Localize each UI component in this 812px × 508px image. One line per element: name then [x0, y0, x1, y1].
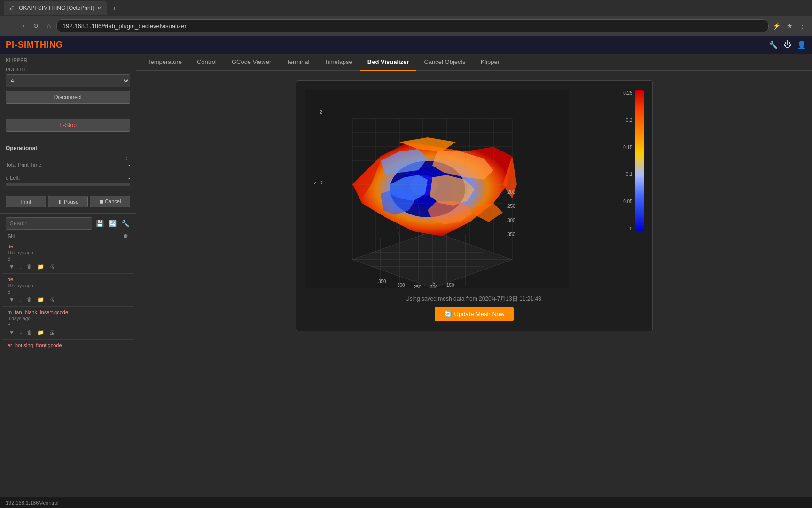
- bed-visualizer-content: 2 0 z: [136, 71, 812, 497]
- bookmarks-button[interactable]: ★: [784, 20, 795, 32]
- home-button[interactable]: ⌂: [43, 20, 55, 32]
- menu-button[interactable]: ⋮: [797, 20, 808, 32]
- list-item[interactable]: de 10 days ago B ▼ ↓ 🗑 📁 🖨: [2, 274, 134, 307]
- file-download-button[interactable]: ↓: [18, 296, 23, 303]
- file-expand-button[interactable]: ▼: [8, 263, 16, 270]
- chart-area: 2 0 z: [305, 90, 619, 289]
- file-delete-button[interactable]: 🗑: [25, 263, 34, 270]
- tab-gcode-viewer[interactable]: GCode Viewer: [224, 54, 279, 71]
- svg-text:0: 0: [320, 180, 322, 185]
- sidebar-profile-label: Profile: [6, 67, 130, 72]
- viz-inner: 2 0 z: [305, 90, 643, 289]
- status-row-5: e Left: -: [6, 175, 130, 181]
- tab-title: OKAPI-SIMTHING [OctoPrint]: [19, 5, 94, 11]
- sidebar-printer-label: Klipper: [6, 57, 130, 63]
- scale-value-025: 0.25: [623, 90, 632, 95]
- main-content: Temperature Control GCode Viewer Termina…: [136, 54, 812, 497]
- wrench-icon[interactable]: 🔧: [769, 40, 778, 49]
- tab-bed-visualizer[interactable]: Bed Visualizer: [360, 54, 417, 71]
- tab-klipper[interactable]: Klipper: [473, 54, 507, 71]
- tab-cancel-objects[interactable]: Cancel Objects: [416, 54, 473, 71]
- power-icon[interactable]: ⏻: [784, 40, 791, 49]
- file-print-button[interactable]: 🖨: [47, 296, 56, 303]
- header-icons: 🔧 ⏻ 👤: [769, 40, 806, 49]
- tab-timelapse[interactable]: Timelapse: [317, 54, 359, 71]
- action-buttons: Print ⏸ Pause ◼ Cancel: [0, 192, 136, 211]
- extensions-button[interactable]: ⚡: [771, 20, 782, 32]
- files-settings-button[interactable]: 🔧: [120, 219, 130, 228]
- disconnect-button[interactable]: Disconnect: [6, 91, 130, 104]
- status-url: 192.168.1.186/#control: [6, 500, 59, 506]
- file-folder-button[interactable]: 📁: [36, 296, 46, 303]
- divider-3: [0, 213, 136, 214]
- tabs-bar: Temperature Control GCode Viewer Termina…: [136, 54, 812, 71]
- svg-text:350: 350: [378, 279, 386, 284]
- status-row-3: Total Print Time: -: [6, 162, 130, 167]
- viz-container: 2 0 z: [296, 80, 653, 331]
- app-header: PI-SIMTHING 🔧 ⏻ 👤: [0, 36, 812, 54]
- file-folder-button[interactable]: 📁: [36, 263, 46, 270]
- new-tab-button[interactable]: +: [109, 2, 120, 14]
- file-folder-button[interactable]: 📁: [36, 329, 46, 336]
- files-section: 💾 🔄 🔧 SH 🗑 de 10 days ago B ▼ ↓: [0, 215, 136, 497]
- svg-text:2: 2: [320, 109, 322, 115]
- status-row-2: : -: [6, 155, 130, 161]
- refresh-icon: 🔄: [444, 310, 452, 318]
- user-icon[interactable]: 👤: [797, 40, 806, 49]
- browser-tab[interactable]: 🖨 OKAPI-SIMTHING [OctoPrint] ✕: [4, 1, 107, 15]
- tab-temperature[interactable]: Temperature: [140, 54, 189, 71]
- file-expand-button[interactable]: ▼: [8, 329, 16, 336]
- sidebar-status-section: Operational : - Total Print Time: - -: [0, 141, 136, 192]
- body-layout: Klipper Profile 4 Disconnect E-Stop Oper…: [0, 54, 812, 497]
- list-item[interactable]: er_housing_front.gcode: [2, 340, 134, 352]
- color-scale: 0.25 0.2 0.15 0.1 0.05 0: [624, 90, 643, 231]
- file-download-button[interactable]: ↓: [18, 263, 23, 270]
- update-mesh-button[interactable]: 🔄 Update Mesh Now: [435, 307, 514, 321]
- sidebar-estop-section: E-Stop: [0, 113, 136, 137]
- divider-1: [0, 111, 136, 111]
- cancel-button[interactable]: ◼ Cancel: [90, 196, 130, 207]
- app-title: PI-SIMTHING: [6, 40, 63, 50]
- svg-text:200: 200: [508, 190, 515, 195]
- svg-text:150: 150: [446, 283, 454, 288]
- files-save-button[interactable]: 💾: [95, 219, 105, 228]
- file-delete-button[interactable]: 🗑: [25, 296, 34, 303]
- mesh-info: Using saved mesh data from 2020年7月13日 11…: [305, 295, 643, 303]
- search-input[interactable]: [6, 217, 92, 230]
- tab-close-button[interactable]: ✕: [97, 6, 101, 11]
- pause-button[interactable]: ⏸ Pause: [48, 196, 88, 207]
- files-refresh-button[interactable]: 🔄: [108, 219, 117, 228]
- reload-button[interactable]: ↻: [30, 20, 41, 32]
- address-input[interactable]: [56, 19, 769, 32]
- file-delete-button[interactable]: 🗑: [25, 329, 34, 336]
- tab-terminal[interactable]: Terminal: [279, 54, 317, 71]
- scale-labels: 0.25 0.2 0.15 0.1 0.05 0: [623, 90, 632, 231]
- file-name: m_fan_blank_insert.gcode: [8, 310, 128, 315]
- file-download-button[interactable]: ↓: [18, 329, 23, 336]
- file-name: er_housing_front.gcode: [8, 342, 128, 348]
- list-item[interactable]: m_fan_blank_insert.gcode 3 days ago B ▼ …: [2, 307, 134, 340]
- scale-value-0: 0: [623, 226, 632, 231]
- estop-button[interactable]: E-Stop: [6, 119, 130, 132]
- file-meta: 10 days ago: [8, 283, 128, 288]
- file-actions: ▼ ↓ 🗑 📁 🖨: [8, 329, 128, 336]
- app-container: PI-SIMTHING 🔧 ⏻ 👤 Klipper Profile 4 Disc…: [0, 36, 812, 508]
- back-button[interactable]: ←: [4, 20, 15, 32]
- svg-text:z: z: [314, 180, 317, 185]
- files-header-label: SH: [8, 233, 15, 239]
- viz-footer: Using saved mesh data from 2020年7月13日 11…: [305, 295, 643, 321]
- print-button[interactable]: Print: [6, 196, 46, 207]
- tab-control[interactable]: Control: [189, 54, 224, 71]
- file-meta: 3 days ago: [8, 316, 128, 321]
- file-print-button[interactable]: 🖨: [47, 329, 56, 336]
- file-print-button[interactable]: 🖨: [47, 263, 56, 270]
- files-delete-icon[interactable]: 🗑: [123, 233, 128, 239]
- svg-text:300: 300: [508, 218, 515, 223]
- sidebar-profile-select[interactable]: 4: [6, 74, 130, 87]
- tab-bar: 🖨 OKAPI-SIMTHING [OctoPrint] ✕ +: [0, 0, 812, 16]
- forward-button[interactable]: →: [17, 20, 28, 32]
- list-item[interactable]: de 10 days ago B ▼ ↓ 🗑 📁 🖨: [2, 241, 134, 274]
- file-expand-button[interactable]: ▼: [8, 296, 16, 303]
- status-bar: 192.168.1.186/#control: [0, 497, 812, 508]
- scale-value-015: 0.15: [623, 145, 632, 150]
